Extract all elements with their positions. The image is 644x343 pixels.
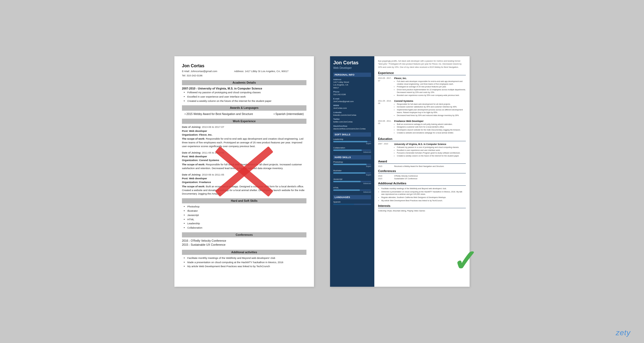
list-item: Made a presentation on cloud computing a… <box>187 260 306 264</box>
list-item: Decreased lead times by 30% and reduced … <box>397 114 466 117</box>
stackoverflow-value: stackoverflow.com/users/Jon-Cortas <box>333 128 371 131</box>
work-header: Work Experience <box>182 119 306 124</box>
phone-label: Phone <box>333 91 371 93</box>
languages-title: Languages <box>333 195 371 199</box>
additional-section: Additional Activities Facilitate monthly… <box>378 182 466 202</box>
experience-title: Experience <box>378 71 466 75</box>
activities-list: Facilitate monthly meetings of the Webfi… <box>187 256 306 268</box>
lang-spanish: Spanish <box>333 201 371 205</box>
right-sidebar: Jon Cortas Web Developer Personal Info A… <box>330 56 374 287</box>
resume-left: Jon Cortas E-Mail: Johncortas@gmail.com … <box>174 56 314 287</box>
language-text: • Spanish (intermediate) <box>274 112 304 116</box>
list-item: Regular attendee, Southern California We… <box>381 196 466 199</box>
exp-entry-3: 2010-06 - 2011-05 Freelance Web Develope… <box>378 120 466 135</box>
skill-collaboration: Collaboration Advanced <box>333 147 371 153</box>
skill-leadership: Leadership Expert <box>333 138 371 144</box>
list-item: Photoshop <box>187 205 306 208</box>
zety-logo: zety <box>616 329 631 337</box>
list-item: Full stack web developer responsible for… <box>397 80 466 85</box>
list-item: Leadership <box>187 222 306 225</box>
experience-section: Experience 2013-06 - 2017-07 Flexor, Inc… <box>378 71 466 135</box>
address-label: Address <box>333 78 371 81</box>
award-title: Award <box>378 160 466 164</box>
www-value: JonCortas.com <box>333 107 371 110</box>
education-section: Education 2007 - 2010 University of Virg… <box>378 137 466 158</box>
conf-header: Conferences <box>182 232 306 237</box>
work-entry-3: Date of Joining: 2010-06 to 2011-05 Post… <box>182 173 306 196</box>
academic-bullets: Followed my passion of prototyping and c… <box>187 91 306 103</box>
list-item: Followed my passion in a core of prototy… <box>397 146 460 149</box>
exp-entry-1: 2013-06 - 2017-07 Flexor, Inc. Full stac… <box>378 77 466 97</box>
list-item: My article Web Development Best Practice… <box>187 264 306 268</box>
conferences-title: Conferences <box>378 169 466 173</box>
additional-title: Additional Activities <box>378 182 466 186</box>
twitter-label: Twitter <box>333 118 371 120</box>
conferences-section: Conferences 2016 O'Reilly Velocity Confe… <box>378 169 466 180</box>
edu-entry-1: 2007 - 2010 University of Virginia, M.S.… <box>378 143 466 158</box>
list-item: Developed a launch website for the Indie… <box>397 129 466 131</box>
left-contact-tel: Tel: 310-242-0196 <box>182 74 306 77</box>
right-title: Web Developer <box>333 66 371 69</box>
list-item: Excelled in user experience and user int… <box>187 95 306 99</box>
skill-illustrator: Illustrator Expert <box>333 169 371 176</box>
list-item: Created a weekly column on the future of… <box>397 155 460 157</box>
skill-javascript: Javascript Advanced <box>333 178 371 184</box>
resume-right: Jon Cortas Web Developer Personal Info A… <box>330 56 470 287</box>
right-content: Eye-poppingly prolific, full stack web d… <box>374 56 470 287</box>
twitter-value: twitter.com/JonCortas <box>333 121 371 124</box>
personal-info-title: Personal Info <box>333 73 371 77</box>
address-value: 1417 Libby Street Los Angeles, CA 90017 <box>333 81 371 90</box>
conf-list: 2016 - O'Reilly Velocity Conference 2015… <box>182 239 306 247</box>
list-item: Delivered a presentation on cloud comput… <box>381 191 466 196</box>
list-item: Excelled in user experience and user int… <box>397 149 460 152</box>
list-item: Created a website and donations webpage … <box>397 132 466 134</box>
list-item: Created a weekly column on the future of… <box>187 99 306 103</box>
interests-text: Collecting Vinyls, Mountain biking, Play… <box>378 210 466 212</box>
list-item: Prototyped an average of 25 new product … <box>397 85 466 88</box>
hard-skills-title: Hard Skills <box>333 155 371 159</box>
list-item: Responsible for full stack web developme… <box>397 103 466 106</box>
activities-header: Additonal activities <box>182 250 306 255</box>
linkedin-label: LinkedIn <box>333 111 371 114</box>
list-item: Followed my passion of prototyping and c… <box>187 91 306 94</box>
exp-entry-2: 2011-05 - 2013-06 Corend Systems Respons… <box>378 100 466 117</box>
skill-photoshop: Photoshop Expert <box>333 161 371 167</box>
work-entry-2: Date of Joining: 2011-05 to 2013-06 Post… <box>182 151 306 170</box>
academic-content: 2007-2010 - University of Virginia, M.S.… <box>182 87 306 103</box>
interests-title: Interests <box>378 204 466 208</box>
awards-header: Awards & Languages <box>182 105 306 110</box>
page-wrapper: Jon Cortas E-Mail: Johncortas@gmail.com … <box>0 0 644 343</box>
list-item: Designed a customer web form for a local… <box>397 126 466 128</box>
email-value: JonCortas@gmail.com <box>333 100 371 103</box>
list-item: My article Web Development Best Practice… <box>381 199 466 202</box>
skills-list: Photoshop Illustrator Javascript HTML Le… <box>187 205 306 230</box>
right-name: Jon Cortas <box>333 60 371 66</box>
list-item: Illustrator <box>187 209 306 213</box>
list-item: Javascript <box>187 213 306 217</box>
skill-html: HTML Advanced <box>333 187 371 193</box>
conf-entry-1: 2016 O'Reilly Velocity Conference <box>378 175 466 177</box>
list-item: Facilitate monthly meetings of the Webfi… <box>381 187 466 190</box>
list-item: Drove best practice implementation for 2… <box>397 88 466 94</box>
work-entry-1: Date of Joining: 2013-06 to 2017-07 Post… <box>182 125 306 148</box>
list-item: Built an ecommerce webapp to sell potty … <box>397 123 466 126</box>
education-title: Education <box>378 137 466 141</box>
skills-header: Hard and Soft Skills <box>182 198 306 203</box>
soft-skills-title: Soft Skills <box>333 132 371 137</box>
list-item: Collaboration <box>187 226 306 230</box>
award-section: Award 2015 Received a Webby Award for Be… <box>378 160 466 167</box>
linkedin-value: linkedin.com/in/JonCortas <box>333 114 371 117</box>
summary: Eye-poppingly prolific, full stack web d… <box>378 59 466 69</box>
www-label: WWW <box>333 104 371 107</box>
list-item: HTML <box>187 218 306 221</box>
email-label: E-mail <box>333 98 371 100</box>
award-text: • 2015 Webby Award for Best Navigation a… <box>185 112 253 116</box>
phone-value: 310-242-0196 <box>333 93 371 96</box>
award-entry: 2015 Received a Webby Award for Best Nav… <box>378 165 466 167</box>
conf-entry-2: 2015 Sustainable UX Conference <box>378 178 466 180</box>
left-contact-email: E-Mail: Johncortas@gmail.com Address: 14… <box>182 69 306 73</box>
left-name: Jon Cortas <box>182 63 306 69</box>
academic-header: Academic Details <box>182 80 306 85</box>
list-item: Implemented Agile/Lean development proce… <box>397 109 466 114</box>
list-item: Pursued a Generalist Scholars Program gr… <box>397 152 460 154</box>
